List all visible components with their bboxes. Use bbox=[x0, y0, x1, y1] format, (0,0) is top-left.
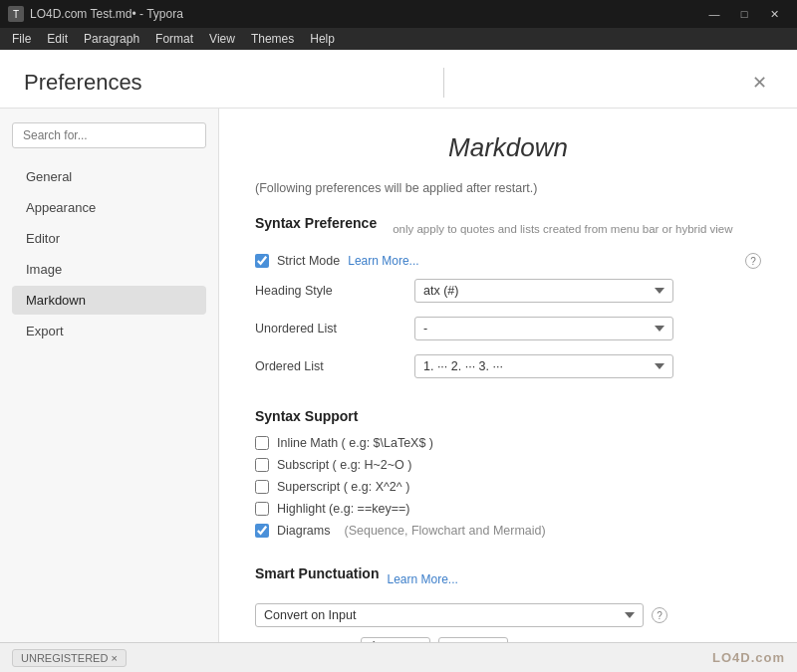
menu-paragraph[interactable]: Paragraph bbox=[76, 30, 147, 48]
inline-math-row: Inline Math ( e.g: $\LaTeX$ ) bbox=[255, 436, 761, 450]
sidebar-item-editor[interactable]: Editor bbox=[12, 224, 206, 253]
heading-style-control: atx (#) setext bbox=[414, 279, 761, 303]
syntax-support-section: Syntax Support Inline Math ( e.g: $\LaTe… bbox=[255, 408, 761, 538]
sidebar-item-markdown[interactable]: Markdown bbox=[12, 286, 206, 315]
dialog-header: Preferences ✕ bbox=[0, 50, 797, 109]
menu-file[interactable]: File bbox=[4, 30, 39, 48]
titlebar: T LO4D.com Test.md• - Typora — □ ✕ bbox=[0, 0, 797, 28]
strict-mode-help-icon[interactable]: ? bbox=[745, 253, 761, 269]
titlebar-controls: — □ ✕ bbox=[699, 0, 789, 28]
sidebar: General Appearance Editor Image Markdown… bbox=[0, 109, 219, 642]
maximize-button[interactable]: □ bbox=[729, 0, 759, 28]
header-divider bbox=[443, 68, 444, 98]
minimize-button[interactable]: — bbox=[699, 0, 729, 28]
superscript-label: Superscript ( e.g: X^2^ ) bbox=[277, 480, 409, 494]
unordered-list-control: - * + bbox=[414, 317, 761, 340]
subscript-checkbox[interactable] bbox=[255, 458, 269, 472]
highlight-checkbox[interactable] bbox=[255, 502, 269, 516]
highlight-row: Highlight (e.g: ==key==) bbox=[255, 502, 761, 516]
content-title: Markdown bbox=[255, 132, 761, 163]
heading-style-select[interactable]: atx (#) setext bbox=[414, 279, 673, 303]
smart-punctuation-learn-more[interactable]: Learn More... bbox=[387, 572, 457, 586]
strict-mode-checkbox[interactable] bbox=[255, 254, 269, 268]
inline-math-label: Inline Math ( e.g: $\LaTeX$ ) bbox=[277, 436, 433, 450]
menubar: File Edit Paragraph Format View Themes H… bbox=[0, 28, 797, 50]
smart-punctuation-section: Smart Punctuation Learn More... Convert … bbox=[255, 565, 761, 642]
ordered-list-row: Ordered List 1. ··· 2. ··· 3. ··· bbox=[255, 352, 761, 380]
sidebar-item-image[interactable]: Image bbox=[12, 255, 206, 284]
menu-view[interactable]: View bbox=[201, 30, 243, 48]
window-close-button[interactable]: ✕ bbox=[759, 0, 789, 28]
dialog-close-button[interactable]: ✕ bbox=[745, 69, 773, 97]
sidebar-item-export[interactable]: Export bbox=[12, 317, 206, 345]
unordered-list-label: Unordered List bbox=[255, 322, 414, 336]
strict-mode-row: Strict Mode Learn More... ? bbox=[255, 253, 761, 269]
subscript-label: Subscript ( e.g: H~2~O ) bbox=[277, 458, 411, 472]
syntax-support-title: Syntax Support bbox=[255, 408, 761, 424]
menu-help[interactable]: Help bbox=[302, 30, 343, 48]
unordered-list-select[interactable]: - * + bbox=[414, 317, 673, 340]
strict-mode-learn-more[interactable]: Learn More... bbox=[348, 254, 418, 268]
bottom-bar: UNREGISTERED × LO4D.com bbox=[0, 642, 797, 672]
watermark: LO4D.com bbox=[712, 650, 785, 665]
ordered-list-label: Ordered List bbox=[255, 359, 414, 373]
dialog-body: General Appearance Editor Image Markdown… bbox=[0, 109, 797, 642]
menu-format[interactable]: Format bbox=[147, 30, 201, 48]
diagrams-label: Diagrams bbox=[277, 524, 331, 538]
ordered-list-control: 1. ··· 2. ··· 3. ··· bbox=[414, 354, 761, 378]
menu-themes[interactable]: Themes bbox=[243, 30, 302, 48]
ordered-list-select[interactable]: 1. ··· 2. ··· 3. ··· bbox=[414, 354, 673, 378]
superscript-row: Superscript ( e.g: X^2^ ) bbox=[255, 480, 761, 494]
convert-on-input-select[interactable]: Convert on Input bbox=[255, 603, 644, 627]
syntax-preference-title: Syntax Preference bbox=[255, 215, 377, 231]
preferences-dialog: Preferences ✕ General Appearance Editor … bbox=[0, 50, 797, 672]
unregistered-badge[interactable]: UNREGISTERED × bbox=[12, 649, 127, 667]
superscript-checkbox[interactable] bbox=[255, 480, 269, 494]
heading-style-row: Heading Style atx (#) setext bbox=[255, 277, 761, 305]
search-input[interactable] bbox=[12, 122, 206, 148]
subscript-row: Subscript ( e.g: H~2~O ) bbox=[255, 458, 761, 472]
diagrams-sublabel: (Sequence, Flowchart and Mermaid) bbox=[345, 524, 546, 538]
menu-edit[interactable]: Edit bbox=[39, 30, 76, 48]
syntax-preference-section: Syntax Preference only apply to quotes a… bbox=[255, 215, 761, 380]
sidebar-item-general[interactable]: General bbox=[12, 162, 206, 191]
strict-mode-label: Strict Mode bbox=[277, 254, 340, 268]
smart-punctuation-title: Smart Punctuation bbox=[255, 565, 379, 581]
titlebar-left: T LO4D.com Test.md• - Typora bbox=[8, 6, 183, 22]
restart-notice: (Following preferences will be applied a… bbox=[255, 181, 761, 195]
convert-help-icon[interactable]: ? bbox=[652, 607, 667, 623]
diagrams-row: Diagrams (Sequence, Flowchart and Mermai… bbox=[255, 524, 761, 538]
unordered-list-row: Unordered List - * + bbox=[255, 315, 761, 342]
content-area: Markdown (Following preferences will be … bbox=[219, 109, 797, 642]
syntax-pref-header: Syntax Preference only apply to quotes a… bbox=[255, 215, 761, 243]
sidebar-item-appearance[interactable]: Appearance bbox=[12, 193, 206, 222]
inline-math-checkbox[interactable] bbox=[255, 436, 269, 450]
heading-style-label: Heading Style bbox=[255, 284, 414, 298]
diagrams-checkbox[interactable] bbox=[255, 524, 269, 538]
syntax-preference-subtitle: only apply to quotes and lists created f… bbox=[393, 223, 732, 235]
titlebar-title: LO4D.com Test.md• - Typora bbox=[30, 7, 183, 21]
app-icon: T bbox=[8, 6, 24, 22]
highlight-label: Highlight (e.g: ==key==) bbox=[277, 502, 409, 516]
dialog-title: Preferences bbox=[24, 70, 142, 96]
